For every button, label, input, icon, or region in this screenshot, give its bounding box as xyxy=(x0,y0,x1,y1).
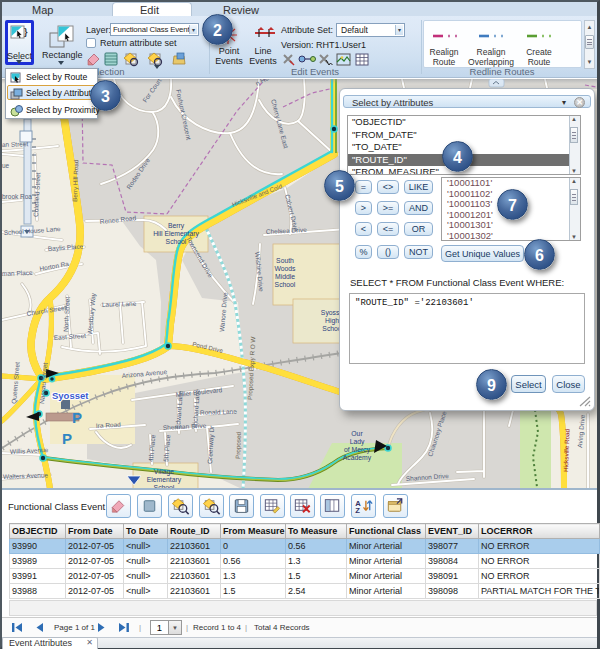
svg-text:of Mercy: of Mercy xyxy=(344,446,371,454)
svg-text:Academy: Academy xyxy=(343,454,372,462)
svg-text:brook Roa: brook Roa xyxy=(2,193,32,200)
svg-text:Berry: Berry xyxy=(168,222,185,230)
svg-text:Village: Village xyxy=(154,468,175,476)
svg-text:Lady: Lady xyxy=(350,438,365,446)
svg-text:Elementary: Elementary xyxy=(147,476,182,484)
svg-text:Our: Our xyxy=(351,430,363,437)
svg-text:School: School xyxy=(166,238,187,245)
svg-text:ue: ue xyxy=(2,162,10,169)
svg-text:}: } xyxy=(24,27,28,37)
svg-text:Ira Road: Ira Road xyxy=(96,421,122,429)
svg-text:P: P xyxy=(72,409,82,426)
svg-text:Middle: Middle xyxy=(275,273,295,280)
svg-text:Woods: Woods xyxy=(274,265,296,272)
svg-text:man Place: man Place xyxy=(2,269,33,277)
svg-text:P: P xyxy=(62,430,72,447)
svg-text:High: High xyxy=(325,317,339,325)
svg-text:Ronald Lane: Ronald Lane xyxy=(200,408,237,416)
svg-text:Hill Elementary: Hill Elementary xyxy=(153,230,199,238)
svg-text:School: School xyxy=(275,281,296,288)
svg-text:an Street: an Street xyxy=(2,140,29,148)
svg-text:Z: Z xyxy=(355,506,360,515)
svg-text:Syosset: Syosset xyxy=(52,390,89,401)
svg-text:Laurel Lane: Laurel Lane xyxy=(102,300,137,308)
svg-text:South: South xyxy=(276,257,294,264)
